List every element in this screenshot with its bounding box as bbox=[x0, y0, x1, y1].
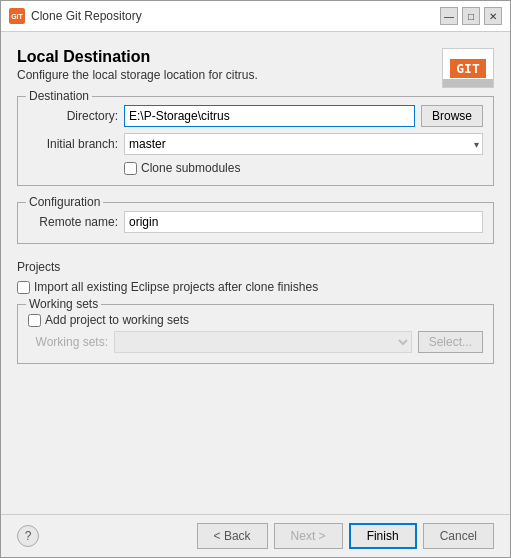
title-bar-left: GIT Clone Git Repository bbox=[9, 8, 142, 24]
working-sets-group: Working sets Add project to working sets… bbox=[17, 304, 494, 364]
finish-button[interactable]: Finish bbox=[349, 523, 417, 549]
dialog-window: GIT Clone Git Repository — □ ✕ Local Des… bbox=[0, 0, 511, 558]
remote-name-input[interactable] bbox=[124, 211, 483, 233]
projects-section: Projects Import all existing Eclipse pro… bbox=[17, 260, 494, 364]
page-header-text: Local Destination Configure the local st… bbox=[17, 48, 258, 82]
clone-submodules-checkbox[interactable] bbox=[124, 162, 137, 175]
help-button[interactable]: ? bbox=[17, 525, 39, 547]
page-description: Configure the local storage location for… bbox=[17, 68, 258, 82]
select-button: Select... bbox=[418, 331, 483, 353]
remote-name-row: Remote name: bbox=[28, 211, 483, 233]
working-sets-selector-row: Working sets: Select... bbox=[28, 331, 483, 353]
close-button[interactable]: ✕ bbox=[484, 7, 502, 25]
add-working-sets-row: Add project to working sets bbox=[28, 313, 483, 327]
clone-submodules-checkbox-row: Clone submodules bbox=[124, 161, 240, 175]
window-controls: — □ ✕ bbox=[440, 7, 502, 25]
projects-section-label: Projects bbox=[17, 260, 494, 274]
cancel-button[interactable]: Cancel bbox=[423, 523, 494, 549]
maximize-button[interactable]: □ bbox=[462, 7, 480, 25]
page-header: Local Destination Configure the local st… bbox=[17, 48, 494, 88]
branch-select-wrapper: master ▾ bbox=[124, 133, 483, 155]
import-projects-row: Import all existing Eclipse projects aft… bbox=[17, 280, 494, 294]
browse-button[interactable]: Browse bbox=[421, 105, 483, 127]
add-working-sets-label: Add project to working sets bbox=[45, 313, 189, 327]
clone-submodules-label: Clone submodules bbox=[141, 161, 240, 175]
footer-right: < Back Next > Finish Cancel bbox=[197, 523, 494, 549]
working-sets-group-label: Working sets bbox=[26, 297, 101, 311]
directory-row: Directory: Browse bbox=[28, 105, 483, 127]
main-content: Local Destination Configure the local st… bbox=[1, 32, 510, 514]
back-button[interactable]: < Back bbox=[197, 523, 268, 549]
directory-label: Directory: bbox=[28, 109, 118, 123]
configuration-group-label: Configuration bbox=[26, 195, 103, 209]
import-projects-label: Import all existing Eclipse projects aft… bbox=[34, 280, 318, 294]
dialog-footer: ? < Back Next > Finish Cancel bbox=[1, 514, 510, 557]
branch-select[interactable]: master bbox=[124, 133, 483, 155]
working-sets-select bbox=[114, 331, 412, 353]
import-projects-checkbox[interactable] bbox=[17, 281, 30, 294]
page-heading: Local Destination bbox=[17, 48, 258, 66]
minimize-button[interactable]: — bbox=[440, 7, 458, 25]
destination-group: Destination Directory: Browse Initial br… bbox=[17, 96, 494, 186]
remote-name-label: Remote name: bbox=[28, 215, 118, 229]
git-logo-text: GIT bbox=[450, 59, 485, 78]
clone-submodules-row: Clone submodules bbox=[28, 161, 483, 175]
destination-group-label: Destination bbox=[26, 89, 92, 103]
add-working-sets-checkbox[interactable] bbox=[28, 314, 41, 327]
footer-left: ? bbox=[17, 525, 39, 547]
title-bar: GIT Clone Git Repository — □ ✕ bbox=[1, 1, 510, 32]
branch-row: Initial branch: master ▾ bbox=[28, 133, 483, 155]
working-sets-label: Working sets: bbox=[28, 335, 108, 349]
branch-label: Initial branch: bbox=[28, 137, 118, 151]
directory-input[interactable] bbox=[124, 105, 415, 127]
configuration-group: Configuration Remote name: bbox=[17, 202, 494, 244]
window-title: Clone Git Repository bbox=[31, 9, 142, 23]
git-icon: GIT bbox=[9, 8, 25, 24]
next-button[interactable]: Next > bbox=[274, 523, 343, 549]
git-logo: GIT bbox=[442, 48, 494, 88]
git-logo-bottom bbox=[443, 79, 493, 87]
